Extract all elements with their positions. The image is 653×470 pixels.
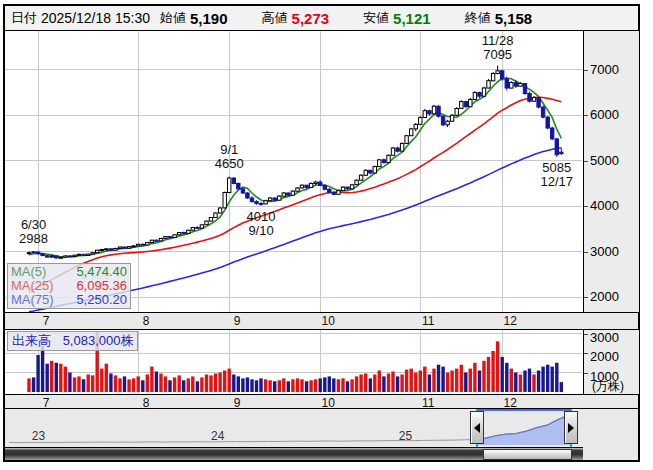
volume-unit-label: (万株) — [592, 378, 624, 395]
history-sparkline — [5, 409, 582, 447]
month-tick-label: 8 — [143, 396, 150, 410]
year-label: 24 — [211, 429, 224, 443]
month-tick-label: 10 — [322, 314, 335, 328]
date-value: 2025/12/18 15:30 — [41, 10, 150, 26]
price-tick-mark — [584, 297, 588, 298]
price-tick-label: 5000 — [590, 153, 619, 168]
volume-tick-mark — [584, 373, 588, 374]
price-chart-plot[interactable]: 6/3029889/1465040109/1011/287095508512/1… — [5, 31, 582, 312]
month-tick-label: 12 — [504, 396, 517, 410]
ma25-label: MA(25) — [11, 279, 54, 293]
close-value: 5,158 — [495, 10, 533, 27]
open-label: 始値 — [160, 9, 186, 27]
month-tick-label: 7 — [43, 314, 50, 328]
high-label: 高値 — [262, 9, 288, 27]
chart-annotation: 6/302988 — [19, 218, 48, 246]
year-label: 25 — [399, 429, 412, 443]
price-tick-mark — [584, 115, 588, 116]
low-label: 安値 — [363, 9, 389, 27]
ma-legend: MA(5) 5,474.40 MA(25) 6,095.36 MA(75) 5,… — [7, 263, 131, 309]
ma25-value: 6,095.36 — [76, 279, 127, 293]
high-value: 5,273 — [292, 10, 330, 27]
scrollbar-track[interactable] — [5, 447, 583, 460]
right-arrow-icon — [568, 423, 574, 433]
navigator-right-handle[interactable] — [564, 411, 578, 444]
month-tick-label: 8 — [143, 314, 150, 328]
month-tick-label: 9 — [234, 396, 241, 410]
chart-annotation: 9/14650 — [215, 143, 244, 171]
year-label: 23 — [32, 429, 45, 443]
open-value: 5,190 — [190, 10, 228, 27]
close-label: 終値 — [465, 9, 491, 27]
date-label: 日付 — [11, 9, 37, 27]
volume-tick-label: 3000 — [590, 330, 619, 345]
volume-axis-panel: 300020001000(万株) — [583, 330, 639, 394]
range-navigator[interactable]: 232425 — [5, 409, 638, 460]
price-tick-label: 3000 — [590, 244, 619, 259]
ma75-row: MA(75) 5,250.20 — [11, 293, 127, 307]
month-axis-main: 789101112 — [5, 312, 638, 330]
month-tick-label: 9 — [234, 314, 241, 328]
navigator-left-handle[interactable] — [470, 411, 484, 444]
volume-label: 出来高 — [12, 333, 51, 348]
month-tick-label: 7 — [43, 396, 50, 410]
month-axis-volume: 789101112 — [5, 394, 638, 409]
volume-chart-plot[interactable]: 出来高 5,083,000株 — [5, 330, 582, 394]
month-tick-label: 12 — [504, 314, 517, 328]
ma5-row: MA(5) 5,474.40 — [11, 265, 127, 279]
price-tick-mark — [584, 70, 588, 71]
volume-label-box: 出来高 5,083,000株 — [7, 331, 138, 351]
price-tick-label: 4000 — [590, 198, 619, 213]
ma25-row: MA(25) 6,095.36 — [11, 279, 127, 293]
price-tick-label: 6000 — [590, 107, 619, 122]
price-tick-label: 2000 — [590, 289, 619, 304]
ma5-label: MA(5) — [11, 265, 46, 279]
volume-tick-label: 2000 — [590, 349, 619, 364]
price-tick-mark — [584, 161, 588, 162]
volume-tick-mark — [584, 334, 588, 335]
price-tick-mark — [584, 252, 588, 253]
chart-widget: 日付 2025/12/18 15:30 始値 5,190 高値 5,273 安値… — [3, 4, 640, 462]
price-tick-label: 7000 — [590, 62, 619, 77]
stock-chart-app: 日付 2025/12/18 15:30 始値 5,190 高値 5,273 安値… — [0, 0, 653, 470]
low-value: 5,121 — [393, 10, 431, 27]
ma75-label: MA(75) — [11, 293, 54, 307]
chart-annotation: 508512/17 — [541, 161, 574, 189]
chart-annotation: 40109/10 — [247, 210, 276, 238]
volume-tick-mark — [584, 353, 588, 354]
month-tick-label: 11 — [422, 396, 434, 410]
price-axis-panel: 700060005000400030002000 — [583, 31, 639, 312]
scrollbar-thumb[interactable] — [483, 449, 572, 460]
chart-annotation: 11/287095 — [482, 34, 514, 62]
ma75-value: 5,250.20 — [76, 293, 127, 307]
volume-value: 5,083,000株 — [63, 333, 134, 348]
selection-top-border — [477, 409, 571, 411]
ma5-value: 5,474.40 — [76, 265, 127, 279]
price-tick-mark — [584, 206, 588, 207]
quote-header: 日付 2025/12/18 15:30 始値 5,190 高値 5,273 安値… — [5, 6, 638, 31]
month-tick-label: 10 — [322, 396, 335, 410]
month-tick-label: 11 — [422, 314, 434, 328]
left-arrow-icon — [474, 423, 480, 433]
